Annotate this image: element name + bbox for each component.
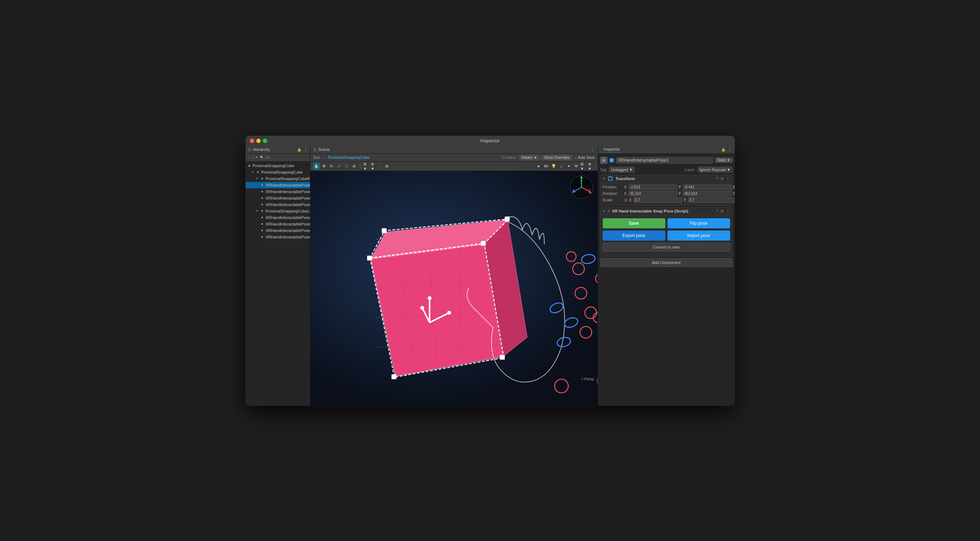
tree-item-left[interactable]: ▼ ■ ProximalSnappingCubeLeft (245, 208, 310, 214)
cube-small-icon: ■ (260, 189, 265, 194)
tree-item-label: XRHandInteractablePose3 (266, 228, 310, 233)
breadcrumb-current[interactable]: ProximalSnappingCube (328, 155, 370, 160)
hierarchy-search-input[interactable] (265, 155, 315, 160)
hierarchy-more-icon[interactable]: ⋮ (304, 147, 308, 152)
hierarchy-back-arrow[interactable]: ‹ (248, 156, 250, 160)
minimize-button[interactable] (256, 139, 261, 143)
inspector-more-icon[interactable]: ⋮ (728, 147, 732, 152)
audio-button[interactable]: ♪ (558, 163, 565, 170)
scale-tool-button[interactable]: ⤢ (336, 163, 343, 170)
gameobject-name-field[interactable] (616, 157, 713, 164)
tree-item-xr-pose1-right[interactable]: ■ XRHandInteractablePose1 (245, 182, 310, 188)
cube-small-icon: ■ (260, 202, 265, 207)
transform-header[interactable]: ▼ Transform ? ⚙ ⋮ (601, 175, 732, 183)
svg-point-24 (420, 306, 424, 310)
persp-label: < Persp (581, 377, 594, 381)
tree-item-xr-pose4-left[interactable]: ■ XRHandInteractablePose4 (245, 234, 310, 240)
hierarchy-header: ☰ Hierarchy 🔒 ⋮ (245, 146, 310, 154)
toolbar-separator (360, 163, 361, 169)
tree-item-xr-pose1-left[interactable]: ■ XRHandInteractablePose1 (245, 214, 310, 221)
inspector-lock-icon[interactable]: 🔒 (721, 148, 725, 152)
tree-item-xr-pose2-left[interactable]: ■ XRHandInteractablePose2 (245, 221, 310, 227)
rotation-x-input[interactable] (628, 191, 677, 196)
scene-more-icon[interactable]: ⋮ (590, 147, 595, 152)
tag-value-dropdown[interactable]: Untagged ▼ (609, 167, 635, 172)
convert-to-new-button[interactable]: Convert to new (603, 243, 730, 251)
position-fields: X Y Z (624, 184, 735, 190)
context-value[interactable]: Hidden ▼ (519, 155, 539, 160)
layer-label: Layer (685, 168, 695, 172)
draw-mode-button[interactable]: ● (535, 163, 542, 170)
grid-button[interactable]: ⊞ ▼ (581, 163, 587, 170)
transform-help-icon[interactable]: ? (716, 177, 718, 181)
multi-tool-button[interactable]: ⊕ (351, 163, 358, 170)
scene-header: ☰ Scene ⋮ (310, 146, 598, 154)
scene-gizmo[interactable]: y x z (569, 175, 594, 200)
export-import-row: Export pose Import pose (603, 230, 730, 241)
add-component-button[interactable]: Add Component (600, 258, 733, 267)
hand-tool-button[interactable]: ✋ (313, 163, 320, 170)
pivot-button[interactable]: ⊞ ▼ (363, 163, 371, 170)
inspector-tab[interactable]: Inspector (601, 146, 623, 153)
tree-item-right[interactable]: ▼ ■ ProximalSnappingCubeRight (245, 176, 310, 182)
hidden-button[interactable]: 👁 (573, 163, 580, 170)
position-y-input[interactable] (683, 184, 732, 190)
y-axis-label: Y (679, 185, 682, 189)
tree-item-xr-pose2-right[interactable]: ■ XRHandInteractablePose2 (245, 188, 310, 195)
snap-settings-icon[interactable]: ⚙ (721, 209, 724, 213)
rotate-tool-button[interactable]: ↻ (328, 163, 335, 170)
hierarchy-tree: ■ ProximalSnappingCube ▼ ■ ProximalSnapp… (245, 162, 310, 405)
svg-text:z: z (573, 188, 574, 192)
gameobject-active-checkbox[interactable]: ✓ (609, 158, 614, 163)
position-x-input[interactable] (628, 184, 677, 190)
transform-settings-icon[interactable]: ⚙ (721, 177, 724, 181)
global-button[interactable]: ⊕ ▼ (371, 163, 378, 170)
rotation-z-field: Z (733, 191, 735, 196)
snap-arrow-icon: ▼ (603, 210, 606, 213)
snap-more-icon[interactable]: ⋮ (726, 209, 730, 214)
tree-item-xr-pose3-right[interactable]: ■ XRHandInteractablePose3 (245, 195, 310, 201)
position-row: Position X Y (603, 184, 730, 190)
flip-pose-button[interactable]: Flip pose (668, 218, 730, 228)
save-button[interactable]: Save (603, 218, 665, 228)
scene-viewport[interactable]: y x z < Persp (310, 171, 598, 405)
snap-button[interactable]: ⊞ (383, 163, 391, 170)
rotation-y-field: Y (679, 191, 732, 196)
rect-tool-button[interactable]: □ (343, 163, 350, 170)
snap-help-icon[interactable]: ? (716, 209, 718, 213)
tree-item-proximalsnappingcube-root[interactable]: ■ ProximalSnappingCube (245, 163, 310, 169)
svg-rect-47 (500, 354, 505, 359)
layer-value-dropdown[interactable]: Ignore Raycast ▼ (698, 167, 733, 172)
z-axis-label: Z (733, 185, 735, 189)
effects-button[interactable]: ✦ (565, 163, 573, 170)
scene-context-bar: Sce > ProximalSnappingCube Context: Hidd… (310, 154, 598, 162)
maximize-button[interactable] (263, 139, 267, 143)
gizmos-button[interactable]: ⊕ ▼ (588, 163, 595, 170)
tree-item-xr-pose4-right[interactable]: ■ XRHandInteractablePose4 (245, 201, 310, 208)
static-button[interactable]: Static ▼ (715, 157, 733, 163)
tree-item-xr-pose3-left[interactable]: ■ XRHandInteractablePose3 (245, 227, 310, 234)
2d-button[interactable]: 2D (542, 163, 550, 170)
svg-text:y: y (581, 179, 582, 183)
scale-link-icon[interactable]: ⛓ (624, 198, 628, 202)
rotation-y-input[interactable] (683, 191, 732, 196)
gizmo-svg: y x z (569, 175, 594, 200)
scale-x-input[interactable] (634, 197, 682, 203)
tool-group-pivot: ⊞ ▼ ⊕ ▼ (363, 162, 379, 170)
snap-script-header[interactable]: ▼ # XR Hand Interactable Snap Pose (Scri… (601, 207, 732, 215)
save-flip-row: Save Flip pose (603, 218, 730, 228)
close-button[interactable] (250, 139, 254, 143)
title-bar: Inspector (245, 136, 735, 146)
sy-axis-label: Y (684, 198, 687, 202)
auto-save-label: ✓ Auto Save (574, 156, 594, 160)
scale-y-input[interactable] (688, 197, 735, 203)
import-pose-button[interactable]: Import pose (668, 230, 730, 241)
show-overrides-button[interactable]: Show Overrides (541, 155, 572, 160)
transform-icon (608, 176, 613, 182)
move-tool-button[interactable]: ✥ (320, 163, 328, 170)
export-pose-button[interactable]: Export pose (603, 230, 665, 241)
lighting-button[interactable]: 💡 (550, 163, 557, 170)
transform-more-icon[interactable]: ⋮ (726, 176, 730, 181)
tree-item-proximalsnappingcube-1[interactable]: ▼ ■ ProximalSnappingCube (245, 169, 310, 176)
breadcrumb-separator: > (323, 155, 325, 160)
